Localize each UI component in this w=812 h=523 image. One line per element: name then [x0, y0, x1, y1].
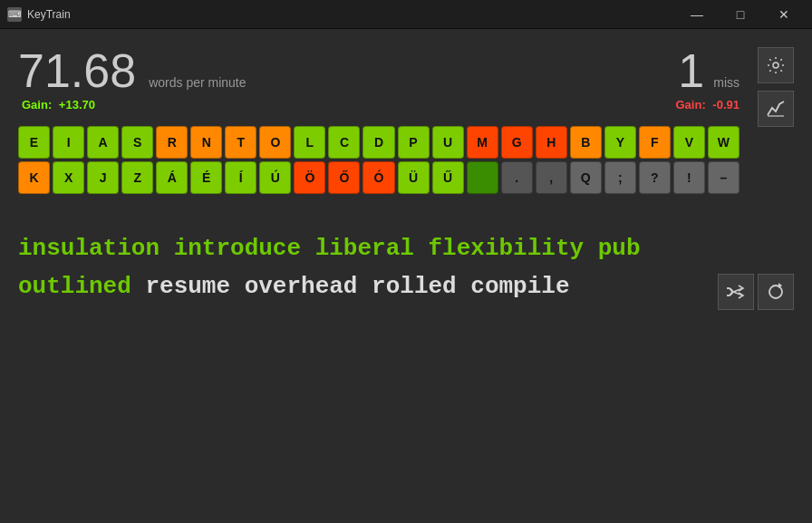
key-G: G: [501, 126, 533, 159]
key-R: R: [156, 126, 188, 159]
key-C: C: [328, 126, 360, 159]
svg-line-2: [733, 288, 743, 292]
refresh-icon: [767, 283, 785, 301]
app-icon: ⌨: [7, 7, 22, 22]
key-Ő: Ő: [328, 161, 360, 194]
key-Ó: Ó: [362, 161, 394, 194]
titlebar-left: ⌨ KeyTrain: [7, 7, 71, 22]
miss-gain-label: Gain:: [676, 98, 706, 111]
key-T: T: [225, 126, 256, 159]
chart-button[interactable]: [758, 91, 794, 127]
key-Í: Í: [225, 161, 256, 194]
miss-gain-value: -0.91: [712, 98, 740, 111]
key-O: O: [259, 126, 291, 159]
miss-block: 1 miss Gain: -0.91: [676, 47, 740, 111]
wpm-row: 71.68 words per minute: [18, 47, 246, 94]
miss-row: 1 miss: [678, 47, 740, 94]
key-;: ;: [604, 161, 636, 194]
wpm-gain-label: Gain:: [22, 98, 52, 111]
key-B: B: [570, 126, 602, 159]
key-K: K: [18, 161, 50, 194]
shuffle-icon: [726, 284, 746, 300]
pending-text: resume overhead rolled compile: [131, 273, 570, 300]
gear-icon: [767, 56, 785, 74]
key-V: V: [673, 126, 705, 159]
key-A: A: [87, 126, 119, 159]
key-S: S: [121, 126, 153, 159]
key-N: N: [190, 126, 222, 159]
bottom-buttons: [718, 274, 794, 310]
key-U: U: [432, 126, 464, 159]
titlebar-controls[interactable]: — □ ✕: [676, 0, 805, 29]
miss-value: 1: [678, 47, 704, 94]
key-: [467, 161, 498, 194]
svg-point-0: [773, 63, 778, 68]
key-M: M: [467, 126, 498, 159]
minimize-button[interactable]: —: [676, 0, 718, 29]
chart-icon: [767, 101, 785, 117]
typing-area: insulation introduce liberal flexibility…: [18, 221, 794, 315]
miss-gain: Gain: -0.91: [676, 98, 740, 111]
key-!: !: [673, 161, 705, 194]
key-?: ?: [639, 161, 671, 194]
key-Ű: Ű: [432, 161, 464, 194]
key-E: E: [18, 126, 50, 159]
wpm-gain: Gain: +13.70: [22, 98, 246, 111]
app-title: KeyTrain: [27, 8, 71, 21]
main-area: 71.68 words per minute Gain: +13.70 1 mi…: [0, 29, 812, 324]
key-,: ,: [536, 161, 567, 194]
shuffle-button[interactable]: [718, 274, 754, 310]
key-D: D: [362, 126, 394, 159]
key-É: É: [190, 161, 222, 194]
key-Z: Z: [121, 161, 153, 194]
key-I: I: [53, 126, 84, 159]
key-Q: Q: [570, 161, 602, 194]
svg-line-3: [733, 292, 743, 295]
wpm-value: 71.68: [18, 47, 136, 94]
key-–: –: [708, 161, 740, 194]
typing-text: insulation introduce liberal flexibility…: [18, 230, 794, 305]
key-row-1: EIASRNTOLCDPUMGHBYFVW: [18, 126, 740, 159]
wpm-gain-value: +13.70: [59, 98, 95, 111]
stats-row: 71.68 words per minute Gain: +13.70 1 mi…: [18, 47, 740, 111]
settings-button[interactable]: [758, 47, 794, 83]
key-Á: Á: [156, 161, 188, 194]
miss-label: miss: [713, 75, 740, 90]
key-L: L: [294, 126, 325, 159]
titlebar: ⌨ KeyTrain — □ ✕: [0, 0, 812, 29]
key-X: X: [53, 161, 84, 194]
key-grid: EIASRNTOLCDPUMGHBYFVW KXJZÁÉÍÚÖŐÓÜŰ .,Q;…: [18, 126, 740, 194]
key-W: W: [708, 126, 740, 159]
key-P: P: [398, 126, 430, 159]
wpm-block: 71.68 words per minute Gain: +13.70: [18, 47, 246, 111]
key-Ú: Ú: [259, 161, 291, 194]
wpm-label: words per minute: [149, 75, 246, 90]
key-H: H: [536, 126, 567, 159]
key-.: .: [501, 161, 533, 194]
key-Y: Y: [604, 126, 636, 159]
maximize-button[interactable]: □: [720, 0, 761, 29]
key-Ü: Ü: [398, 161, 430, 194]
key-row-2: KXJZÁÉÍÚÖŐÓÜŰ .,Q;?!–: [18, 161, 740, 194]
key-J: J: [87, 161, 119, 194]
refresh-button[interactable]: [758, 274, 794, 310]
key-Ö: Ö: [294, 161, 325, 194]
key-F: F: [639, 126, 671, 159]
close-button[interactable]: ✕: [763, 0, 805, 29]
